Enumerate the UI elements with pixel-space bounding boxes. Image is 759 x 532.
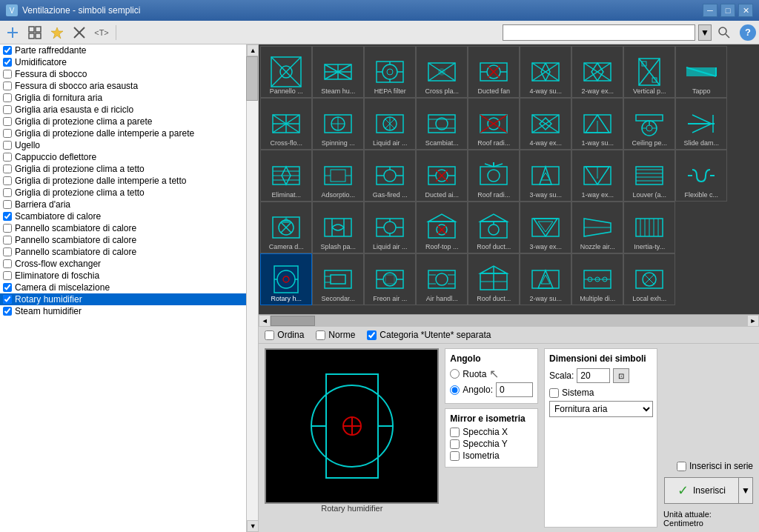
symbol-camerad[interactable]: Camera d... — [260, 202, 312, 253]
sidebar-check[interactable] — [3, 117, 12, 126]
symbol-1waysu[interactable]: 1-way su... — [571, 98, 623, 150]
help-button[interactable]: ? — [740, 24, 756, 41]
symbol-spinning[interactable]: Spinning ... — [312, 98, 364, 150]
scroll-left-arrow[interactable]: ◄ — [259, 315, 271, 327]
angolo-label[interactable]: Angolo: — [463, 385, 493, 395]
sidebar-item[interactable]: Griglia di fornitura aria — [0, 92, 258, 104]
symbol-ductedai[interactable]: Ducted ai... — [416, 150, 468, 202]
symbol-ceilingpe[interactable]: Ceiling pe... — [623, 98, 675, 150]
symbol-inertia[interactable]: Inertia-ty... — [623, 202, 675, 253]
favorite-button[interactable] — [47, 23, 67, 42]
ruota-radio[interactable] — [450, 369, 460, 379]
sidebar-check[interactable] — [3, 93, 12, 102]
sidebar-check[interactable] — [3, 176, 12, 185]
scroll-right-arrow[interactable]: ► — [747, 315, 759, 327]
delete-button[interactable] — [70, 23, 89, 42]
sidebar-check[interactable] — [3, 200, 12, 209]
sidebar-item[interactable]: Steam humidifier — [0, 305, 258, 317]
close-button[interactable]: ✕ — [738, 4, 753, 17]
scroll-up-arrow[interactable]: ▲ — [247, 44, 259, 56]
symbol-nozzleair[interactable]: Nozzle air... — [571, 202, 623, 253]
sidebar-item[interactable]: Scambiatore di calore — [0, 210, 258, 222]
symbol-4wayex[interactable]: 4-way ex... — [520, 98, 571, 150]
inserisci-dropdown-button[interactable]: ▼ — [738, 477, 753, 504]
symbol-flexiblec[interactable]: Flexible c... — [675, 150, 727, 202]
sidebar-item[interactable]: Griglia di protezione dalle intemperie a… — [0, 127, 258, 139]
sidebar-check[interactable] — [3, 70, 12, 79]
inserisci-serie-checkbox[interactable] — [677, 462, 686, 471]
sidebar-item[interactable]: Cross-flow exchanger — [0, 258, 258, 270]
symbol-freonair[interactable]: Freon air ... — [364, 253, 416, 305]
scala-input[interactable] — [577, 368, 610, 383]
search-input[interactable] — [503, 24, 695, 41]
sidebar-check[interactable] — [3, 295, 12, 304]
categoria-label[interactable]: Categoria *Utente* separata — [367, 330, 491, 340]
norme-checkbox[interactable] — [316, 330, 325, 340]
specchiay-label[interactable]: Specchia Y — [463, 439, 508, 449]
sidebar-check[interactable] — [3, 224, 12, 233]
symbol-multipledi[interactable]: Multiple di... — [571, 253, 623, 305]
symbol-roofduct2[interactable]: Roof duct... — [468, 253, 520, 305]
grid-button[interactable] — [25, 23, 44, 42]
scroll-down-arrow[interactable]: ▼ — [247, 520, 259, 532]
symbol-roofradi2[interactable]: Roof radi... — [468, 150, 520, 202]
symbol-scambiat[interactable]: Scambiat... — [416, 98, 468, 150]
symbol-3wayex[interactable]: 3-way ex... — [520, 202, 571, 253]
sidebar-check[interactable] — [3, 236, 12, 245]
symbol-liquidair2[interactable]: Liquid air ... — [364, 202, 416, 253]
symbol-verticalp[interactable]: Vertical p... — [623, 46, 675, 98]
symbol-pannello[interactable]: Pannello ... — [260, 46, 312, 98]
norme-label[interactable]: Norme — [316, 330, 355, 340]
sidebar-item-rotary-humidifier[interactable]: Rotary humidifier — [0, 293, 258, 305]
maximize-button[interactable]: □ — [720, 4, 735, 17]
sidebar-item[interactable]: Griglia di protezione clima a tetto — [0, 187, 258, 199]
sidebar-item[interactable]: Pannello scambiatore di calore — [0, 222, 258, 234]
search-icon-button[interactable] — [715, 23, 734, 42]
sidebar-check[interactable] — [3, 153, 12, 162]
sidebar-check[interactable] — [3, 105, 12, 114]
sidebar-item[interactable]: Parte raffreddante — [0, 44, 258, 56]
sidebar-check[interactable] — [3, 129, 12, 138]
symbol-airhandl[interactable]: Air handl... — [416, 253, 468, 305]
sidebar-check[interactable] — [3, 164, 12, 173]
sidebar-check[interactable] — [3, 141, 12, 150]
minimize-button[interactable]: ─ — [703, 4, 717, 17]
angolo-radio[interactable] — [450, 385, 460, 395]
sistema-label[interactable]: Sistema — [562, 388, 594, 398]
symbol-liquidair1[interactable]: Liquid air ... — [364, 98, 416, 150]
sidebar-check[interactable] — [3, 259, 12, 268]
isometria-checkbox[interactable] — [450, 451, 460, 461]
sidebar-item[interactable]: Camera di miscelazione — [0, 282, 258, 293]
sidebar-check[interactable] — [3, 188, 12, 197]
sidebar-item[interactable]: Pannello scambiatore di calore — [0, 246, 258, 258]
symbol-gasfired[interactable]: Gas-fired ... — [364, 150, 416, 202]
inserisci-main-button[interactable]: ✓ Inserisci — [664, 477, 738, 504]
symbol-3waysu[interactable]: 3-way su... — [520, 150, 571, 202]
angle-value-input[interactable] — [496, 382, 533, 397]
symbol-2wayex[interactable]: 2-way ex... — [571, 46, 623, 98]
sidebar-check[interactable] — [3, 82, 12, 90]
sistema-dropdown[interactable]: Fornitura aria — [549, 401, 653, 417]
symbol-rotaryh-selected[interactable]: Rotary h... — [260, 253, 312, 305]
sidebar-item[interactable]: Griglia di protezione clima a tetto — [0, 163, 258, 175]
sidebar-item[interactable]: Fessura di sbocco aria esausta — [0, 80, 258, 92]
symbol-localexh[interactable]: Local exh... — [623, 253, 675, 305]
symbol-eliminat[interactable]: Eliminat... — [260, 150, 312, 202]
specchiax-checkbox[interactable] — [450, 428, 460, 437]
symbol-ductedfan[interactable]: Ducted fan — [468, 46, 520, 98]
sidebar-check[interactable] — [3, 58, 12, 67]
ruota-label[interactable]: Ruota — [463, 369, 486, 379]
h-scroll-thumb[interactable] — [271, 316, 315, 326]
sidebar-check[interactable] — [3, 46, 12, 55]
symbol-2waysu[interactable]: 2-way su... — [520, 253, 571, 305]
search-dropdown-button[interactable]: ▼ — [698, 24, 712, 41]
sidebar-item[interactable]: Cappuccio deflettore — [0, 151, 258, 163]
specchiay-checkbox[interactable] — [450, 439, 460, 449]
symbol-crossflo[interactable]: Cross-flo... — [260, 98, 312, 150]
symbol-crossplate[interactable]: Cross pla... — [416, 46, 468, 98]
symbol-hepa[interactable]: HEPA filter — [364, 46, 416, 98]
scala-copy-button[interactable]: ⊡ — [613, 368, 629, 383]
sidebar-item[interactable]: Griglia di protezione clima a parete — [0, 116, 258, 127]
sidebar-item[interactable]: Umidificatore — [0, 56, 258, 68]
symbol-tappo[interactable]: Tappo — [675, 46, 727, 98]
